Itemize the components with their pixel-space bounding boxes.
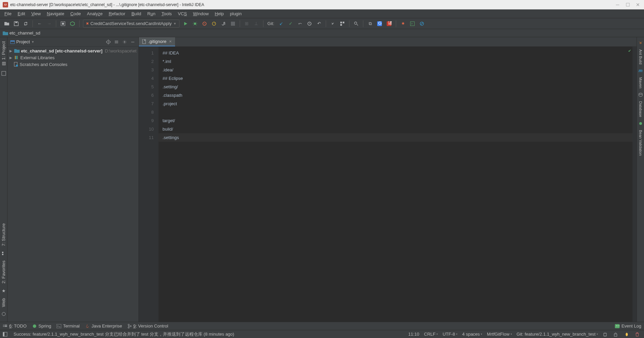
web-icon — [1, 312, 6, 316]
debug-button[interactable] — [191, 20, 199, 28]
profile-button[interactable] — [210, 20, 218, 28]
menu-window[interactable]: Window — [190, 9, 212, 18]
toolbox-button[interactable]: ⧉ — [366, 20, 374, 28]
tool-a-icon[interactable]: ⊞ — [243, 20, 251, 28]
git-revert-button[interactable]: ↶ — [315, 20, 323, 28]
status-trash-icon[interactable] — [635, 332, 641, 337]
menu-edit[interactable]: Edit — [15, 9, 28, 18]
status-git-branch[interactable]: Git: feature/2.1.1_wyh_new_branch_test — [517, 332, 598, 337]
tool-bean-validation-button[interactable]: Bean Validation — [638, 127, 643, 158]
status-memory-icon[interactable] — [603, 332, 609, 337]
status-line-separator[interactable]: CRLF — [424, 332, 438, 337]
expand-arrow-icon[interactable]: ▶ — [9, 56, 14, 60]
status-indent[interactable]: 4 spaces — [462, 332, 482, 337]
menu-build[interactable]: Build — [128, 9, 144, 18]
status-caret-position[interactable]: 11:10 — [408, 332, 420, 337]
panel-hide-button[interactable]: ─ — [130, 39, 136, 45]
menu-code[interactable]: Code — [67, 9, 84, 18]
tool-b-icon[interactable]: ⊥ — [252, 20, 260, 28]
tool-event-log-button[interactable]: ⋯Event Log — [615, 323, 641, 329]
coverage-button[interactable] — [200, 20, 209, 28]
tree-root-node[interactable]: ▶ etc_channel_sd [etc-channelsd-server] … — [7, 47, 138, 54]
expand-arrow-icon[interactable]: ▶ — [9, 49, 14, 53]
window-close-button[interactable]: ✕ — [636, 3, 640, 7]
locate-button[interactable] — [105, 39, 111, 45]
menu-file[interactable]: File — [1, 9, 15, 18]
nav-back-button[interactable]: ← — [36, 20, 44, 28]
git-commit-button[interactable]: ✓ — [286, 20, 295, 28]
breadcrumb-root[interactable]: etc_channel_sd — [9, 30, 40, 36]
settings-button[interactable] — [329, 20, 337, 28]
tool-database-button[interactable]: Database — [638, 98, 643, 120]
menu-tools[interactable]: Tools — [158, 9, 175, 18]
menu-help[interactable]: Help — [212, 9, 227, 18]
menu-analyze[interactable]: Analyze — [84, 9, 106, 18]
tool-maven-button[interactable]: Maven — [638, 74, 643, 91]
sync-button[interactable] — [22, 20, 30, 28]
window-maximize-button[interactable]: ☐ — [626, 3, 630, 7]
translate-button[interactable]: G — [375, 20, 384, 28]
git-history-button[interactable] — [305, 20, 314, 28]
bean-icon[interactable] — [638, 121, 643, 126]
svg-point-35 — [639, 93, 642, 94]
status-message[interactable]: Success: feature/2.1.1_wyh_new_branch_te… — [14, 331, 404, 337]
status-gitflow[interactable]: MrtfGitFlow — [487, 332, 512, 337]
panel-settings-button[interactable] — [122, 39, 128, 45]
tool-windows-toggle-button[interactable] — [3, 332, 9, 337]
tool-project-button[interactable]: ▤1: Project — [0, 39, 7, 69]
run-button[interactable] — [181, 20, 190, 28]
editor-marker-strip[interactable] — [632, 47, 637, 322]
tool-spring-button[interactable]: Spring — [32, 323, 51, 329]
database-icon[interactable] — [638, 92, 643, 97]
editor-gutter[interactable]: 1234567891011 — [139, 47, 158, 322]
tree-scratches[interactable]: Scratches and Consoles — [7, 61, 138, 68]
menu-navigate[interactable]: Navigate — [44, 9, 67, 18]
menu-vcs[interactable]: VCS — [175, 9, 190, 18]
menu-view[interactable]: View — [28, 9, 44, 18]
run-anything-button[interactable] — [408, 20, 416, 28]
editor-body[interactable]: 1234567891011 ## IDEA *.iml .idea/ ## Ec… — [139, 47, 637, 322]
editor-tab-gitignore[interactable]: .gitignore ✕ — [139, 37, 175, 46]
attach-button[interactable] — [219, 20, 228, 28]
no-entry-icon[interactable] — [418, 20, 426, 28]
tool-javaee-button[interactable]: Java Enterprise — [85, 323, 122, 329]
git-update-button[interactable]: ↙ — [277, 20, 285, 28]
collapse-all-button[interactable] — [113, 39, 120, 45]
tool-structure-button[interactable]: 7: Structure — [0, 221, 7, 249]
tool-version-control-button[interactable]: 9: Version Control — [128, 323, 168, 329]
menu-plugin[interactable]: plugin — [227, 9, 245, 18]
tree-external-libraries[interactable]: ▶ External Libraries — [7, 54, 138, 61]
run-configuration-selector[interactable]: ✖ CreditCardServiceTest.sendCardInitAppl… — [83, 20, 179, 28]
window-minimize-button[interactable]: ─ — [616, 3, 620, 7]
git-compare-button[interactable]: ⤺ — [296, 20, 304, 28]
project-structure-button[interactable] — [338, 20, 346, 28]
open-button[interactable] — [3, 20, 11, 28]
save-all-button[interactable] — [12, 20, 20, 28]
editor-code[interactable]: ## IDEA *.iml .idea/ ## Eclipse .setting… — [158, 47, 632, 322]
stop-button[interactable] — [229, 20, 237, 28]
ant-icon[interactable] — [638, 41, 643, 45]
nav-forward-button[interactable]: → — [45, 20, 53, 28]
status-encoding[interactable]: UTF-8 — [443, 332, 457, 337]
stop-background-button[interactable] — [59, 20, 67, 28]
baidu-button[interactable]: 译 — [385, 20, 393, 28]
inspection-ok-icon[interactable]: ✔ — [628, 49, 631, 53]
search-button[interactable] — [352, 20, 360, 28]
tool-terminal-button[interactable]: Terminal — [57, 323, 80, 329]
stack-button[interactable]: ✷ — [399, 20, 407, 28]
tool-nav-icon[interactable] — [1, 71, 6, 76]
navigation-bar[interactable]: etc_channel_sd — [0, 29, 644, 37]
tool-ant-button[interactable]: Ant Build — [638, 47, 643, 67]
project-view-selector[interactable]: Project ▼ — [10, 39, 103, 44]
tool-favorites-button[interactable]: 2: Favorites — [0, 258, 7, 286]
build-button[interactable] — [68, 20, 77, 28]
menu-run[interactable]: Run — [144, 9, 158, 18]
status-inspector-icon[interactable] — [624, 332, 630, 337]
tool-web-button[interactable]: Web — [0, 295, 7, 310]
tab-close-button[interactable]: ✕ — [169, 40, 172, 43]
tool-todo-button[interactable]: 6: TODO — [3, 323, 27, 329]
status-lock-icon[interactable] — [614, 332, 620, 337]
menu-refactor[interactable]: Refactor — [106, 9, 128, 18]
maven-icon[interactable]: m — [638, 68, 643, 73]
project-tree[interactable]: ▶ etc_channel_sd [etc-channelsd-server] … — [7, 47, 138, 322]
